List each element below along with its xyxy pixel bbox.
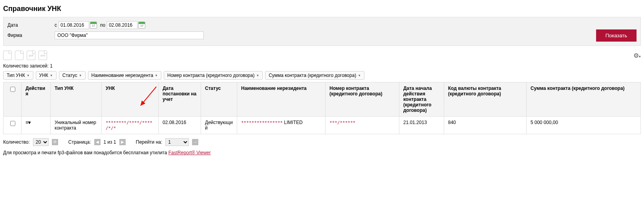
calendar-icon[interactable] [138, 22, 145, 29]
row-action-menu[interactable]: ≡▾ [26, 120, 31, 125]
records-count: Количество записей: 1 [3, 63, 641, 69]
pdf-icon[interactable]: pdf [27, 51, 35, 60]
data-table: Действия Тип УНК УНК Дата постановки на … [3, 82, 641, 134]
fastreport-link[interactable]: FastReport® Viewer [168, 150, 211, 155]
row-checkbox[interactable] [10, 121, 15, 126]
select-all-checkbox[interactable] [10, 87, 15, 92]
row-actions: ≡▾ [22, 117, 51, 134]
pager-page-label: Страница: [68, 139, 91, 145]
firm-input[interactable] [55, 31, 204, 39]
print-icon[interactable] [15, 51, 24, 60]
filter-chip-type[interactable]: Тип УНК▼ [3, 71, 33, 80]
page-pos: 1 из 1 [104, 139, 116, 145]
page-goto-select[interactable]: 1 [165, 138, 189, 146]
th-actions: Действия [22, 82, 51, 117]
th-startdate: Дата начала действия контракта (кредитно… [399, 82, 444, 117]
firm-label: Фирма [7, 33, 55, 38]
row-startdate: 21.01.2013 [399, 117, 444, 134]
date-from-prefix: с [55, 22, 57, 28]
row-unk: ********/****/****/*/* [102, 117, 159, 134]
row-type: Уникальный номер контракта [51, 117, 102, 134]
row-currency: 840 [444, 117, 527, 134]
document-icon[interactable] [3, 51, 12, 60]
footnote: Для просмотра и печати fp3-файлов вам по… [3, 150, 641, 155]
filter-chip-sum[interactable]: Сумма контракта (кредитного договора)▼ [265, 71, 364, 80]
filter-chip-unk[interactable]: УНК▼ [36, 71, 57, 80]
page-size-select[interactable]: 20 [33, 138, 49, 146]
filter-panel: Дата с по Фирма Показать [3, 17, 641, 46]
date-label: Дата [7, 22, 55, 28]
row-contractnum: ***/****** [326, 117, 399, 134]
row-nonresident: **************** LIMITED [237, 117, 326, 134]
date-to-input[interactable] [107, 21, 137, 29]
filter-chips: Тип УНК▼ УНК▼ Статус▼ Наименование нерез… [3, 71, 641, 80]
gear-icon[interactable]: ⚙▾ [633, 52, 641, 59]
th-sum: Сумма контракта (кредитного договора) [527, 82, 641, 117]
th-regdate: Дата постановки на учет [159, 82, 201, 117]
th-unk: УНК [102, 82, 159, 117]
page-prev[interactable]: ◀ [94, 139, 101, 145]
row-regdate: 02.08.2016 [159, 117, 201, 134]
pager: Количество: 20 ⟳ Страница: ◀ 1 из 1 ▶ Пе… [3, 138, 641, 146]
show-button[interactable]: Показать [596, 29, 637, 42]
date-to-prefix: по [100, 22, 105, 28]
date-from-input[interactable] [59, 21, 89, 29]
th-check [4, 82, 22, 117]
filter-chip-status[interactable]: Статус▼ [59, 71, 86, 80]
filter-chip-contractnum[interactable]: Номер контракта (кредитного договора)▼ [164, 71, 263, 80]
th-contractnum: Номер контракта (кредитного договора) [326, 82, 399, 117]
calendar-icon[interactable] [90, 22, 97, 29]
row-sum: 5 000 000,00 [527, 117, 641, 134]
xml-icon[interactable]: xml [38, 51, 47, 60]
th-currency: Код валюты контракта (кредитного договор… [444, 82, 527, 117]
th-type: Тип УНК [51, 82, 102, 117]
row-check [4, 117, 22, 134]
filter-chip-nonresident[interactable]: Наименование нерезидента▼ [88, 71, 161, 80]
toolbar: pdf xml ⚙▾ [3, 51, 641, 60]
page-next[interactable]: ▶ [119, 139, 126, 145]
table-row[interactable]: ≡▾ Уникальный номер контракта ********/*… [4, 117, 641, 134]
pager-goto-label: Перейти на: [136, 139, 163, 145]
page-size-go[interactable]: ⟳ [52, 139, 58, 145]
page-goto-go[interactable]: → [192, 139, 198, 145]
pager-qty-label: Количество: [3, 139, 30, 145]
th-status: Статус [201, 82, 237, 117]
row-status: Действующий [201, 117, 237, 134]
th-nonresident: Наименование нерезидента [237, 82, 326, 117]
page-title: Справочник УНК [3, 5, 641, 13]
